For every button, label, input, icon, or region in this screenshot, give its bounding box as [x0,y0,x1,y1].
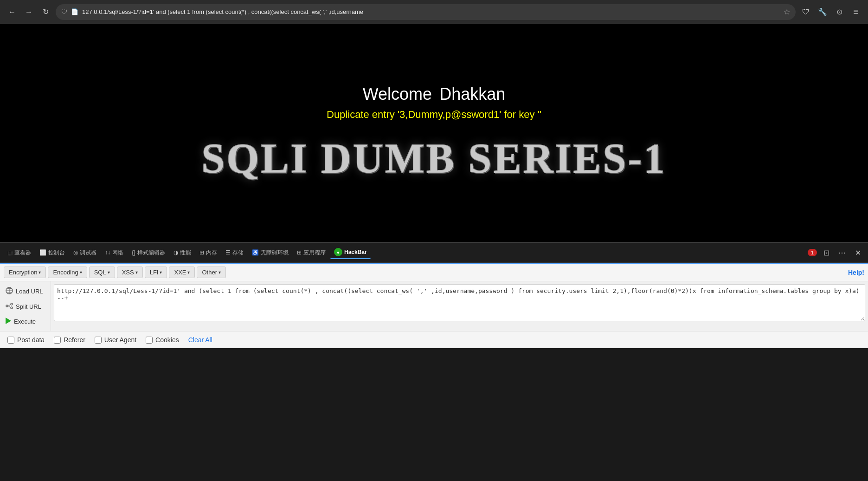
error-message: Duplicate entry '3,Dummy,p@ssword1' for … [327,109,541,121]
browser-chrome: ← → ↻ 🛡 📄 ☆ 🛡 🔧 ⊙ ≡ [0,0,868,24]
sql-menu[interactable]: SQL ▾ [89,266,115,278]
post-data-checkbox[interactable] [7,337,14,344]
other-menu[interactable]: Other ▾ [197,266,226,278]
encoding-menu[interactable]: Encoding ▾ [48,266,87,278]
storage-icon: ☰ [225,249,231,256]
svg-line-7 [8,306,11,307]
svg-point-4 [11,303,13,305]
svg-point-3 [6,305,8,307]
xss-chevron: ▾ [135,270,138,275]
devtool-storage[interactable]: ☰ 存储 [222,247,247,259]
encryption-chevron: ▾ [39,270,41,275]
console-icon: ⬜ [39,249,46,256]
devtools-more-button[interactable]: ⋯ [836,246,849,259]
xss-label: XSS [122,269,134,276]
hackbar-menubar: Encryption ▾ Encoding ▾ SQL ▾ XSS ▾ LFI … [0,264,868,281]
user-agent-text: User Agent [104,336,136,344]
hackbar-textarea-wrap: http://127.0.0.1/sql/Less-1/?id=1' and (… [51,281,868,331]
encoding-chevron: ▾ [80,270,82,275]
toolbar-icons: 🛡 🔧 ⊙ ≡ [799,6,862,19]
page-icon: 📄 [71,8,78,15]
style-icon: {} [132,249,135,256]
xxe-menu[interactable]: XXE ▾ [169,266,195,278]
performance-icon: ◑ [174,249,178,256]
devtool-style[interactable]: {} 样式编辑器 [128,247,169,259]
hackbar-url-area: Load URL Split URL Exe [0,281,868,331]
hackbar-panel: Encryption ▾ Encoding ▾ SQL ▾ XSS ▾ LFI … [0,263,868,348]
network-icon: ↑↓ [105,249,110,256]
cookies-label[interactable]: Cookies [146,336,179,344]
other-chevron: ▾ [219,270,221,275]
sqli-title: SQLI DUMB SERIES-1 [201,135,666,182]
referer-text: Referer [64,336,85,344]
referer-label[interactable]: Referer [54,336,85,344]
split-url-icon [6,302,13,311]
devtool-console[interactable]: ⬜ 控制台 [36,247,69,259]
load-url-label: Load URL [16,288,43,295]
xss-menu[interactable]: XSS ▾ [117,266,143,278]
forward-button[interactable]: → [22,6,35,19]
lfi-label: LFI [150,269,159,276]
devtool-network[interactable]: ↑↓ 网络 [101,247,127,259]
sql-chevron: ▾ [108,270,110,275]
svg-point-5 [11,307,13,309]
debugger-icon: ◎ [73,249,78,256]
devtools-split-button[interactable]: ⊡ [820,246,833,259]
devtool-accessibility[interactable]: ♿ 无障碍环境 [248,247,292,259]
extension-icon-1[interactable]: 🔧 [816,6,829,19]
execute-label: Execute [14,318,36,325]
svg-line-6 [8,305,11,306]
post-data-text: Post data [17,336,45,344]
xxe-chevron: ▾ [187,270,190,275]
url-textarea[interactable]: http://127.0.0.1/sql/Less-1/?id=1' and (… [54,284,865,321]
sql-label: SQL [94,269,106,276]
shield-icon: 🛡 [61,8,67,15]
hackbar-circle-icon: ● [334,248,342,256]
accessibility-icon: ♿ [252,249,259,256]
hackbar-postdata-bar: Post data Referer User Agent Cookies Cle… [0,331,868,348]
xxe-label: XXE [174,269,186,276]
referer-checkbox[interactable] [54,337,61,344]
load-url-button[interactable]: Load URL [3,285,46,298]
inspector-icon: ⬚ [7,249,13,256]
lfi-menu[interactable]: LFI ▾ [145,266,167,278]
encryption-menu[interactable]: Encryption ▾ [4,266,46,278]
browser-menu-button[interactable]: ≡ [849,6,862,19]
bookmark-icon[interactable]: ☆ [784,7,790,16]
user-agent-checkbox[interactable] [95,337,102,344]
apps-icon: ⊞ [297,249,302,256]
devtool-inspector[interactable]: ⬚ 查看器 [4,247,35,259]
encoding-label: Encoding [53,269,78,276]
execute-button[interactable]: Execute [3,316,39,327]
other-label: Other [202,269,217,276]
help-link[interactable]: Help! [848,269,864,276]
reload-button[interactable]: ↻ [39,6,52,19]
devtools-right: 1 ⊡ ⋯ ✕ [808,246,864,259]
welcome-text: Welcome [363,84,432,104]
dhakkan-text: Dhakkan [439,84,505,104]
execute-icon [6,318,11,325]
error-badge: 1 [808,249,817,256]
lfi-chevron: ▾ [160,270,162,275]
devtool-performance[interactable]: ◑ 性能 [170,247,195,259]
devtool-memory[interactable]: ⊞ 内存 [196,247,221,259]
hackbar-sidebar: Load URL Split URL Exe [0,281,51,331]
devtool-hackbar[interactable]: ● HackBar [330,246,371,259]
back-button[interactable]: ← [6,6,19,19]
clear-all-button[interactable]: Clear All [188,336,212,344]
cookies-checkbox[interactable] [146,337,153,344]
devtools-bar: ⬚ 查看器 ⬜ 控制台 ◎ 调试器 ↑↓ 网络 {} 样式编辑器 ◑ 性能 ⊞ … [0,242,868,263]
user-agent-label[interactable]: User Agent [95,336,136,344]
cookies-text: Cookies [155,336,179,344]
post-data-label[interactable]: Post data [7,336,45,344]
encryption-label: Encryption [9,269,37,276]
address-input[interactable] [82,8,780,15]
firefox-sync-icon[interactable]: 🛡 [799,6,812,19]
devtool-apps[interactable]: ⊞ 应用程序 [293,247,329,259]
memory-icon: ⊞ [199,249,204,256]
split-url-button[interactable]: Split URL [3,300,44,313]
devtools-close-button[interactable]: ✕ [851,246,864,259]
devtool-debugger[interactable]: ◎ 调试器 [70,247,100,259]
extension-icon-2[interactable]: ⊙ [833,6,846,19]
main-content: Welcome Dhakkan Duplicate entry '3,Dummy… [0,24,868,242]
